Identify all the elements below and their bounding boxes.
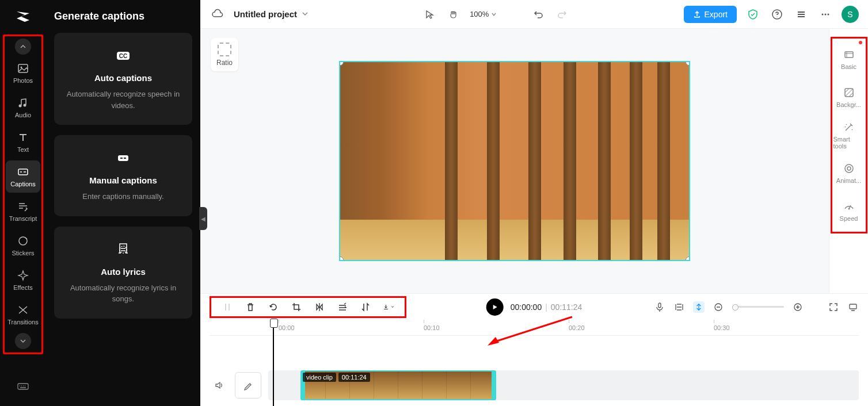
preview-canvas: Ratio ↻ xyxy=(200,29,829,293)
user-avatar[interactable]: S xyxy=(842,6,859,23)
ratio-button[interactable]: Ratio xyxy=(211,38,238,71)
rotate-tool[interactable] xyxy=(268,301,279,313)
volume-tool[interactable] xyxy=(337,301,348,313)
background-icon xyxy=(843,86,855,99)
more-menu-icon[interactable] xyxy=(817,6,833,22)
svg-rect-9 xyxy=(118,155,128,161)
right-nav-smart-tools[interactable]: Smart tools xyxy=(833,118,865,152)
cc-icon: CC xyxy=(114,47,132,65)
zoom-out-icon[interactable] xyxy=(713,301,724,313)
right-nav-basic[interactable]: Basic xyxy=(833,42,865,76)
help-icon[interactable] xyxy=(769,6,785,22)
svg-line-24 xyxy=(492,317,572,343)
nav-label: Effects xyxy=(13,284,32,291)
play-button[interactable] xyxy=(486,298,504,316)
split-tool[interactable] xyxy=(222,301,233,313)
video-track[interactable]: video clip 00:11:24 xyxy=(268,370,859,400)
card-title: Auto captions xyxy=(64,73,182,83)
svg-point-3 xyxy=(24,104,26,107)
svg-point-10 xyxy=(120,246,127,253)
nav-collapse-up[interactable] xyxy=(15,39,31,55)
svg-point-13 xyxy=(824,13,826,15)
playhead[interactable] xyxy=(273,320,274,406)
auto-captions-card[interactable]: CC Auto captions Automatically recognize… xyxy=(54,33,192,125)
mic-icon[interactable] xyxy=(654,301,665,313)
crop-tool[interactable] xyxy=(291,301,302,313)
zoom-value: 100% xyxy=(470,10,489,18)
track-edit-button[interactable] xyxy=(235,372,261,399)
undo-button[interactable] xyxy=(530,6,546,22)
hand-tool[interactable] xyxy=(446,6,462,22)
clip-handle-right[interactable] xyxy=(492,371,495,399)
panel-collapse-tab[interactable]: ◀ xyxy=(199,207,207,230)
mirror-tool[interactable] xyxy=(314,301,325,313)
nav-text[interactable]: Text xyxy=(6,126,40,158)
nav-stickers[interactable]: Stickers xyxy=(6,229,40,262)
nav-label: Transitions xyxy=(7,319,38,325)
right-nav-label: Basic xyxy=(841,63,856,70)
track-mute-button[interactable] xyxy=(210,372,229,399)
shield-icon[interactable] xyxy=(745,6,761,22)
preview-mode-icon[interactable] xyxy=(847,301,859,313)
right-nav-animation[interactable]: Animat... xyxy=(833,156,865,190)
video-clip[interactable]: video clip 00:11:24 xyxy=(300,370,496,400)
captions-side-panel: Generate captions CC Auto captions Autom… xyxy=(46,0,200,406)
nav-effects[interactable]: Effects xyxy=(6,264,40,296)
card-desc: Automatically recognize speech in videos… xyxy=(64,89,182,111)
zoom-in-icon[interactable] xyxy=(792,301,804,313)
top-bar: Untitled project 100% Export xyxy=(200,0,868,29)
pointer-tool[interactable] xyxy=(421,6,437,22)
nav-transitions[interactable]: Transitions xyxy=(6,298,40,331)
video-preview-frame[interactable]: ↻ xyxy=(339,61,690,261)
cloud-icon[interactable] xyxy=(210,6,226,22)
resize-handle-tl[interactable] xyxy=(339,61,344,66)
svg-point-2 xyxy=(19,105,22,108)
resize-handle-tr[interactable] xyxy=(686,61,690,66)
export-button[interactable]: Export xyxy=(684,6,737,23)
resize-handle-br[interactable] xyxy=(686,256,690,261)
download-tool[interactable] xyxy=(383,301,394,313)
transcript-icon xyxy=(17,200,29,213)
reverse-tool[interactable] xyxy=(360,301,371,313)
animation-icon xyxy=(843,162,855,175)
timeline-zoom-slider[interactable] xyxy=(732,306,784,308)
svg-point-14 xyxy=(827,13,829,15)
svg-rect-20 xyxy=(658,303,661,308)
project-title[interactable]: Untitled project xyxy=(234,9,309,19)
speed-icon xyxy=(843,200,855,213)
timeline: 00:00 00:10 00:20 00:30 vid xyxy=(200,320,868,406)
right-nav-highlight: Basic Backgr... Smart tools Animat... xyxy=(831,37,867,233)
fullscreen-icon[interactable] xyxy=(828,301,839,313)
sticker-icon xyxy=(17,235,29,247)
auto-cut-icon[interactable] xyxy=(673,301,685,313)
nav-label: Text xyxy=(17,146,29,153)
right-nav-background[interactable]: Backgr... xyxy=(833,80,865,114)
basic-icon xyxy=(843,48,855,61)
svg-rect-23 xyxy=(850,304,856,309)
nav-transcript[interactable]: Transcript xyxy=(6,195,40,227)
right-nav-speed[interactable]: Speed xyxy=(833,194,865,228)
nav-photos[interactable]: Photos xyxy=(6,57,40,89)
magnet-snap-icon[interactable] xyxy=(693,301,705,313)
svg-point-17 xyxy=(845,164,853,173)
notification-dot xyxy=(859,41,862,44)
nav-expand-down[interactable] xyxy=(15,333,31,349)
zoom-level[interactable]: 100% xyxy=(470,10,497,18)
delete-tool[interactable] xyxy=(245,301,256,313)
auto-lyrics-card[interactable]: Auto lyrics Automatically recognize lyri… xyxy=(54,227,192,319)
manual-caption-icon xyxy=(114,149,132,167)
redo-button[interactable] xyxy=(554,6,570,22)
nav-label: Photos xyxy=(13,77,33,84)
ruler-tick: 00:00 xyxy=(279,320,424,335)
manual-captions-card[interactable]: Manual captions Enter captions manually. xyxy=(54,135,192,216)
app-logo[interactable] xyxy=(12,6,34,28)
keyboard-shortcuts-button[interactable] xyxy=(15,378,31,394)
smart-tools-icon xyxy=(843,121,855,133)
layers-icon[interactable] xyxy=(793,6,809,22)
card-desc: Enter captions manually. xyxy=(64,191,182,202)
nav-audio[interactable]: Audio xyxy=(6,91,40,124)
svg-point-19 xyxy=(848,208,850,210)
nav-captions[interactable]: Captions xyxy=(6,160,40,193)
svg-point-18 xyxy=(847,167,851,170)
lyrics-icon xyxy=(114,240,132,259)
